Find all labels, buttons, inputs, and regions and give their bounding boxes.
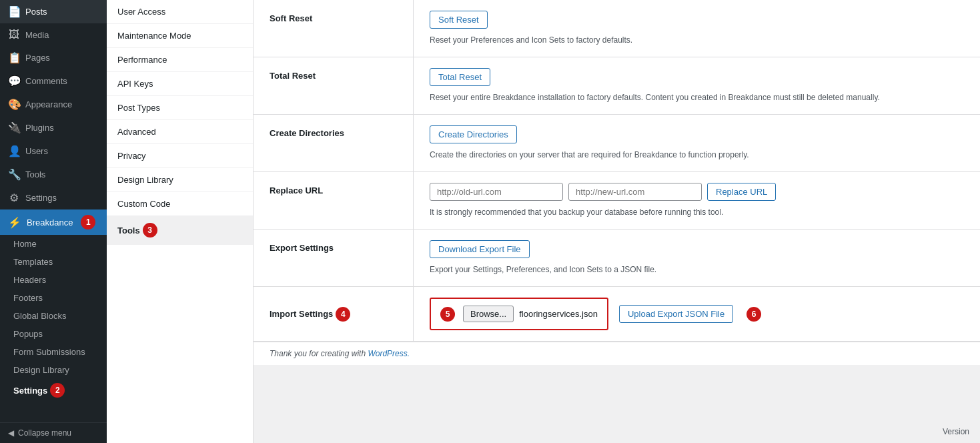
total-reset-row: Total Reset Total Reset Reset your entir… <box>254 57 980 115</box>
version-text: Version <box>943 427 969 436</box>
replace-url-description: It is strongly recommended that you back… <box>430 206 964 218</box>
tools-icon: 🔧 <box>8 168 20 181</box>
settings-nav-privacy[interactable]: Privacy <box>107 144 253 168</box>
import-file-name: flooringservices.json <box>519 309 598 319</box>
settings-nav-custom-code[interactable]: Custom Code <box>107 192 253 216</box>
import-controls-group: 5 Browse... flooringservices.json Upload… <box>430 298 964 330</box>
sidebar-item-plugins[interactable]: 🔌 Plugins <box>0 116 107 139</box>
annotation-badge-5: 5 <box>440 307 455 322</box>
users-icon: 👤 <box>8 145 20 157</box>
bd-sub-settings[interactable]: Settings 2 <box>0 379 107 402</box>
sidebar-item-appearance[interactable]: 🎨 Appearance <box>0 93 107 116</box>
annotation-badge-6: 6 <box>747 307 761 322</box>
wp-admin-sidebar: 📄 Posts 🖼 Media 📋 Pages 💬 Comments 🎨 App… <box>0 0 107 443</box>
replace-url-controls: Replace URL It is strongly recommended t… <box>414 172 980 229</box>
bd-sub-popups[interactable]: Popups <box>0 325 107 343</box>
total-reset-description: Reset your entire Breakdance installatio… <box>430 91 964 103</box>
sidebar-item-breakdance[interactable]: ⚡ Breakdance 1 <box>0 209 107 235</box>
appearance-icon: 🎨 <box>8 98 20 111</box>
bd-sub-home[interactable]: Home <box>0 235 107 253</box>
settings-nav-maintenance-mode[interactable]: Maintenance Mode <box>107 24 253 48</box>
new-url-input[interactable] <box>568 183 702 201</box>
upload-export-json-button[interactable]: Upload Export JSON File <box>619 305 733 323</box>
bd-sub-global-blocks[interactable]: Global Blocks <box>0 307 107 325</box>
bd-sub-design-library[interactable]: Design Library <box>0 361 107 379</box>
export-settings-row: Export Settings Download Export File Exp… <box>254 230 980 287</box>
browse-button[interactable]: Browse... <box>463 306 514 322</box>
export-settings-controls: Download Export File Export your Setting… <box>414 230 980 286</box>
create-directories-description: Create the directories on your server th… <box>430 149 964 161</box>
comments-icon: 💬 <box>8 75 20 87</box>
file-input-area: 5 Browse... flooringservices.json <box>430 298 608 330</box>
import-settings-row: Import Settings 4 5 Browse... flooringse… <box>254 287 980 342</box>
old-url-input[interactable] <box>430 183 563 201</box>
sidebar-item-tools[interactable]: 🔧 Tools <box>0 163 107 186</box>
breakdance-submenu: Home Templates Headers Footers Global Bl… <box>0 235 107 402</box>
total-reset-controls: Total Reset Reset your entire Breakdance… <box>414 57 980 114</box>
sidebar-item-users[interactable]: 👤 Users <box>0 139 107 163</box>
settings-nav: User Access Maintenance Mode Performance… <box>107 0 254 443</box>
export-settings-description: Export your Settings, Preferences, and I… <box>430 264 964 276</box>
settings-nav-advanced[interactable]: Advanced <box>107 120 253 144</box>
footer-bar: Thank you for creating with WordPress. <box>254 342 980 365</box>
pages-icon: 📋 <box>8 51 20 64</box>
settings-nav-api-keys[interactable]: API Keys <box>107 72 253 96</box>
soft-reset-controls: Soft Reset Reset your Preferences and Ic… <box>414 0 980 57</box>
settings-nav-tools[interactable]: Tools 3 <box>107 216 253 245</box>
bd-sub-headers[interactable]: Headers <box>0 271 107 289</box>
annotation-badge-2: 2 <box>50 383 65 398</box>
soft-reset-label: Soft Reset <box>254 0 414 57</box>
annotation-badge-4: 4 <box>336 307 350 322</box>
posts-icon: 📄 <box>8 5 20 18</box>
settings-table: Soft Reset Soft Reset Reset your Prefere… <box>254 0 980 342</box>
annotation-badge-3: 3 <box>143 223 157 238</box>
sidebar-item-media[interactable]: 🖼 Media <box>0 23 107 46</box>
sidebar-item-comments[interactable]: 💬 Comments <box>0 69 107 93</box>
import-settings-controls: 5 Browse... flooringservices.json Upload… <box>414 287 980 341</box>
create-directories-row: Create Directories Create Directories Cr… <box>254 115 980 172</box>
total-reset-label: Total Reset <box>254 57 414 114</box>
bd-sub-footers[interactable]: Footers <box>0 289 107 307</box>
media-icon: 🖼 <box>8 29 20 41</box>
import-settings-label: Import Settings 4 <box>254 287 414 341</box>
main-content: Soft Reset Soft Reset Reset your Prefere… <box>254 0 980 443</box>
settings-nav-post-types[interactable]: Post Types <box>107 96 253 120</box>
settings-nav-design-library[interactable]: Design Library <box>107 168 253 192</box>
create-directories-controls: Create Directories Create the directorie… <box>414 115 980 171</box>
soft-reset-description: Reset your Preferences and Icon Sets to … <box>430 34 964 46</box>
breakdance-icon: ⚡ <box>8 216 21 229</box>
download-export-button[interactable]: Download Export File <box>430 240 530 258</box>
url-inputs-group: Replace URL <box>430 183 964 201</box>
collapse-menu[interactable]: ◀ Collapse menu <box>0 422 107 443</box>
sidebar-item-settings[interactable]: ⚙ Settings <box>0 186 107 209</box>
replace-url-row: Replace URL Replace URL It is strongly r… <box>254 172 980 230</box>
sidebar-item-pages[interactable]: 📋 Pages <box>0 46 107 69</box>
annotation-badge-1: 1 <box>81 215 95 230</box>
settings-nav-user-access[interactable]: User Access <box>107 0 253 24</box>
replace-url-label: Replace URL <box>254 172 414 229</box>
collapse-icon: ◀ <box>8 428 14 438</box>
plugins-icon: 🔌 <box>8 121 20 134</box>
replace-url-button[interactable]: Replace URL <box>707 183 776 201</box>
total-reset-button[interactable]: Total Reset <box>430 68 490 86</box>
settings-nav-performance[interactable]: Performance <box>107 48 253 72</box>
sidebar-item-posts[interactable]: 📄 Posts <box>0 0 107 23</box>
create-directories-label: Create Directories <box>254 115 414 171</box>
wordpress-link[interactable]: WordPress. <box>368 349 410 358</box>
create-directories-button[interactable]: Create Directories <box>430 125 517 143</box>
settings-icon: ⚙ <box>8 191 20 204</box>
export-settings-label: Export Settings <box>254 230 414 286</box>
soft-reset-button[interactable]: Soft Reset <box>430 11 488 29</box>
bd-sub-templates[interactable]: Templates <box>0 253 107 271</box>
soft-reset-row: Soft Reset Soft Reset Reset your Prefere… <box>254 0 980 57</box>
bd-sub-form-submissions[interactable]: Form Submissions <box>0 343 107 361</box>
